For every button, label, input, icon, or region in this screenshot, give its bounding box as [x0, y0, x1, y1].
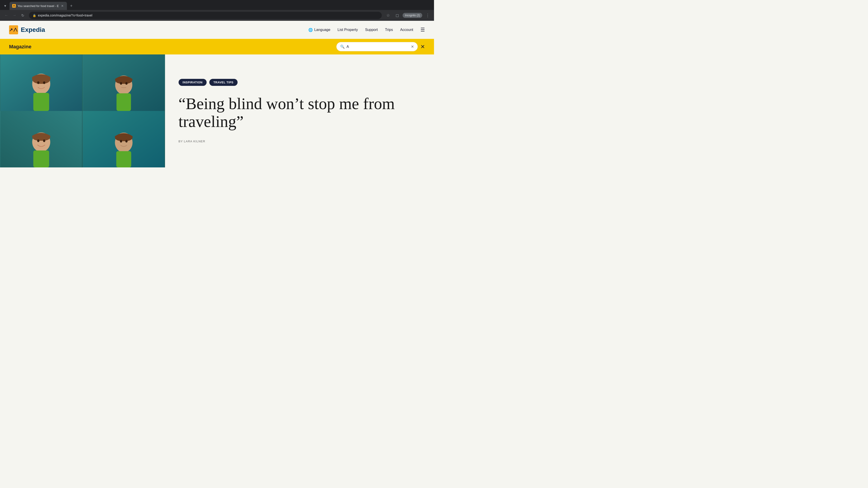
forward-button[interactable]: →	[11, 12, 18, 19]
hero-image-3	[0, 111, 83, 167]
search-clear-button[interactable]: ✕	[411, 44, 414, 49]
account-link[interactable]: Account	[400, 28, 413, 32]
svg-point-4	[37, 81, 39, 84]
list-property-label: List Property	[338, 28, 358, 32]
url-text: expedia.com/magazine/?s=food+travel	[38, 13, 378, 17]
hero-image-1	[0, 55, 83, 111]
tab-title: You searched for food travel - E	[18, 4, 59, 8]
security-icon: 🔒	[33, 14, 36, 17]
back-button[interactable]: ←	[3, 12, 10, 19]
trips-link[interactable]: Trips	[385, 28, 393, 32]
search-close-button[interactable]: ✕	[421, 43, 425, 50]
website: Expedia 🌐 Language List Property Support…	[0, 21, 434, 167]
reload-button[interactable]: ↻	[19, 12, 26, 19]
tab-dropdown-button[interactable]: ▼	[2, 3, 8, 8]
site-navigation: Expedia 🌐 Language List Property Support…	[0, 21, 434, 39]
support-link[interactable]: Support	[365, 28, 378, 32]
svg-point-11	[125, 82, 127, 85]
svg-point-20	[120, 140, 122, 142]
inspiration-tag[interactable]: INSPIRATION	[179, 79, 207, 86]
active-tab[interactable]: You searched for food travel - E ✕	[9, 2, 67, 10]
expedia-logo[interactable]: Expedia	[9, 25, 45, 34]
svg-point-10	[120, 82, 122, 85]
article-headline: “Being blind won’t stop me from travelin…	[179, 95, 421, 131]
address-bar: ← → ↻ 🔒 expedia.com/magazine/?s=food+tra…	[0, 10, 434, 21]
new-tab-button[interactable]: +	[68, 2, 75, 10]
hamburger-menu-icon[interactable]: ☰	[421, 27, 425, 33]
sidebar-button[interactable]: ◻	[394, 12, 401, 19]
magazine-title: Magazine	[9, 44, 31, 50]
tab-favicon	[12, 4, 16, 8]
trips-label: Trips	[385, 28, 393, 32]
nav-links: 🌐 Language List Property Support Trips A…	[308, 27, 425, 33]
browser-nav-buttons: ← → ↻	[3, 12, 26, 19]
language-link[interactable]: 🌐 Language	[308, 28, 330, 32]
tab-close-button[interactable]: ✕	[61, 4, 64, 8]
article-content: INSPIRATION TRAVEL TIPS “Being blind won…	[165, 55, 434, 167]
browser-chrome: ▼ You searched for food travel - E ✕ + ←…	[0, 0, 434, 21]
logo-icon	[9, 25, 18, 34]
search-container: 🔍 A ✕ ✕	[336, 42, 425, 51]
hero-image-2	[83, 55, 165, 111]
search-icon: 🔍	[340, 44, 345, 49]
hero-image-grid	[0, 55, 165, 167]
svg-point-15	[37, 139, 39, 142]
hero-image-4	[83, 111, 165, 167]
article-tags: INSPIRATION TRAVEL TIPS	[179, 79, 421, 86]
bookmark-button[interactable]: ☆	[384, 12, 392, 19]
svg-point-16	[43, 139, 45, 142]
search-input[interactable]: A	[346, 45, 409, 49]
account-label: Account	[400, 28, 413, 32]
chrome-menu-button[interactable]: ⋮	[424, 12, 431, 19]
svg-rect-9	[116, 93, 131, 111]
magazine-bar: Magazine 🔍 A ✕ ✕	[0, 39, 434, 55]
incognito-button[interactable]: Incognito (2)	[403, 13, 422, 18]
travel-tips-tag[interactable]: TRAVEL TIPS	[209, 79, 238, 86]
address-bar-right: ☆ ◻ Incognito (2) ⋮	[384, 12, 431, 19]
svg-rect-14	[33, 151, 49, 167]
svg-rect-3	[33, 93, 49, 111]
article-byline: BY LARA KILNER	[179, 140, 421, 143]
svg-point-5	[43, 81, 45, 84]
svg-rect-19	[116, 151, 131, 167]
logo-text: Expedia	[21, 26, 45, 33]
globe-icon: 🌐	[308, 28, 313, 32]
search-box[interactable]: 🔍 A ✕	[336, 42, 418, 51]
tab-bar: ▼ You searched for food travel - E ✕ +	[0, 0, 434, 10]
hero-section: INSPIRATION TRAVEL TIPS “Being blind won…	[0, 55, 434, 167]
list-property-link[interactable]: List Property	[338, 28, 358, 32]
support-label: Support	[365, 28, 378, 32]
svg-point-21	[125, 140, 127, 142]
language-label: Language	[314, 28, 330, 32]
url-bar[interactable]: 🔒 expedia.com/magazine/?s=food+travel	[29, 12, 382, 19]
